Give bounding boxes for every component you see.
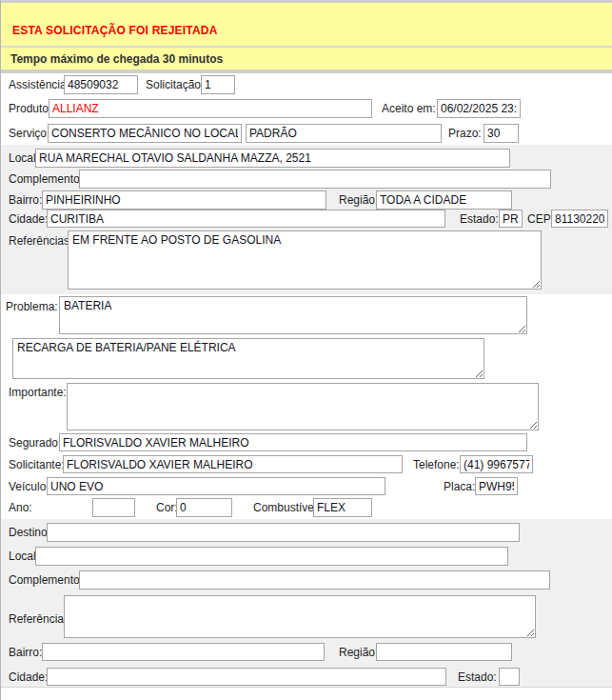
- cor-input[interactable]: [176, 498, 232, 517]
- cep-label: CEP:: [527, 212, 554, 226]
- cor-label: Cor:: [156, 501, 178, 514]
- combustivel-input[interactable]: [313, 498, 372, 517]
- solicitacao-label: Solicitação:: [146, 78, 204, 91]
- telefone-input[interactable]: [460, 455, 533, 473]
- prazo-label: Prazo:: [448, 127, 482, 140]
- estado-input[interactable]: [499, 210, 523, 228]
- bairro-label: Bairro:: [9, 193, 42, 207]
- cidade-input[interactable]: [47, 210, 445, 228]
- servico-label: Serviço:: [9, 127, 49, 140]
- problema-label: Problema:: [6, 300, 58, 313]
- destino-complemento-label: Complemento:: [9, 573, 83, 587]
- placa-label: Placa:: [444, 480, 475, 493]
- aceito-em-input[interactable]: [437, 99, 521, 118]
- destino-label: Destino:: [9, 526, 50, 539]
- regiao-label: Região:: [339, 193, 378, 207]
- combustivel-label: Combustível:: [253, 501, 320, 514]
- produto-label: Produto:: [9, 102, 51, 115]
- max-arrival-banner-text: Tempo máximo de chegada 30 minutos: [10, 52, 223, 66]
- destino-regiao-input[interactable]: [376, 643, 512, 661]
- request-form-page: ESTA SOLICITAÇÃO FOI REJEITADA Tempo máx…: [0, 0, 612, 700]
- importante-label: Importante:: [9, 386, 67, 399]
- referencias-label: Referências:: [9, 234, 72, 248]
- veiculo-label: Veículo:: [9, 480, 49, 493]
- importante-textarea[interactable]: [67, 383, 539, 430]
- mid-strip: [1, 70, 612, 73]
- telefone-label: Telefone:: [413, 458, 460, 471]
- destino-input[interactable]: [47, 523, 520, 542]
- destino-estado-label: Estado:: [458, 670, 497, 684]
- assistencia-input[interactable]: [64, 75, 138, 94]
- regiao-input[interactable]: [376, 190, 512, 210]
- aceito-em-label: Aceito em:: [382, 102, 436, 115]
- bottom-divider: [1, 687, 612, 688]
- solicitante-label: Solicitante:: [9, 458, 65, 471]
- placa-input[interactable]: [475, 477, 518, 495]
- rejected-banner: ESTA SOLICITAÇÃO FOI REJEITADA: [1, 3, 612, 46]
- ano-input[interactable]: [92, 498, 135, 517]
- assistencia-label: Assistência:: [9, 78, 69, 91]
- destino-cidade-input[interactable]: [47, 668, 446, 686]
- servico-tipo-input[interactable]: [246, 124, 442, 143]
- destino-bairro-label: Bairro:: [9, 646, 42, 659]
- solicitante-input[interactable]: [63, 455, 403, 473]
- complemento-input[interactable]: [79, 170, 551, 189]
- segurado-input[interactable]: [59, 433, 527, 451]
- local-input[interactable]: [35, 149, 510, 168]
- destino-referencia-textarea[interactable]: [64, 595, 536, 638]
- complemento-label: Complemento:: [9, 172, 83, 186]
- destino-bairro-input[interactable]: [42, 643, 325, 661]
- max-arrival-banner: Tempo máximo de chegada 30 minutos: [1, 48, 612, 70]
- produto-input[interactable]: [49, 99, 372, 118]
- problema-descricao-textarea[interactable]: RECARGA DE BATERIA/PANE ELÉTRICA: [12, 338, 484, 379]
- problema-textarea[interactable]: BATERIA: [59, 296, 527, 334]
- estado-label: Estado:: [460, 212, 499, 226]
- segurado-label: Segurado:: [9, 436, 61, 450]
- cidade-label: Cidade:: [9, 212, 48, 226]
- bairro-input[interactable]: [42, 190, 326, 210]
- servico-input[interactable]: [48, 124, 242, 143]
- solicitacao-input[interactable]: [201, 75, 235, 94]
- destino-regiao-label: Região:: [339, 646, 378, 659]
- destino-complemento-input[interactable]: [79, 570, 550, 590]
- destino-cidade-label: Cidade:: [9, 670, 48, 684]
- prazo-input[interactable]: [484, 124, 519, 143]
- cep-input[interactable]: [551, 210, 608, 228]
- destino-referencia-label: Referência:: [9, 612, 67, 626]
- referencias-textarea[interactable]: EM FRENTE AO POSTO DE GASOLINA: [68, 230, 542, 290]
- ano-label: Ano:: [9, 501, 32, 514]
- destino-local-input[interactable]: [35, 547, 508, 566]
- destino-estado-input[interactable]: [499, 668, 520, 686]
- veiculo-input[interactable]: [47, 477, 385, 495]
- rejected-banner-text: ESTA SOLICITAÇÃO FOI REJEITADA: [12, 24, 218, 37]
